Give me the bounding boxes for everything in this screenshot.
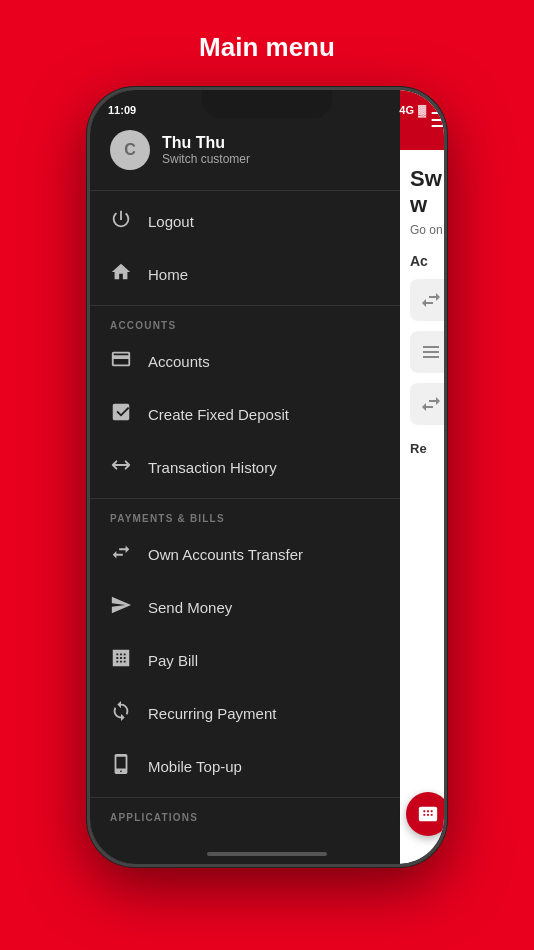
phone-frame: 11:09 4G ▓ C Thu Thu Switch customer bbox=[87, 87, 447, 867]
right-panel-icons bbox=[410, 279, 444, 425]
own-transfer-label: Own Accounts Transfer bbox=[148, 546, 303, 563]
section-label-applications: APPLICATIONS bbox=[90, 802, 400, 827]
mobile-topup-label: Mobile Top-up bbox=[148, 758, 242, 775]
switch-customer-label[interactable]: Switch customer bbox=[162, 152, 250, 166]
phone-screen: C Thu Thu Switch customer Logout bbox=[90, 90, 444, 864]
menu-item-send-money[interactable]: Send Money bbox=[90, 581, 400, 634]
send-money-label: Send Money bbox=[148, 599, 232, 616]
signal-icon: 4G bbox=[399, 104, 414, 116]
divider-payments bbox=[90, 498, 400, 499]
right-panel-sub: Go on bbox=[410, 223, 444, 237]
menu-item-fixed-deposit[interactable]: Create Fixed Deposit bbox=[90, 388, 400, 441]
divider-top bbox=[90, 190, 400, 191]
menu-item-pay-bill[interactable]: Pay Bill bbox=[90, 634, 400, 687]
menu-item-recurring[interactable]: Recurring Payment bbox=[90, 687, 400, 740]
status-indicators: 4G ▓ bbox=[399, 104, 426, 116]
home-icon bbox=[110, 261, 132, 288]
right-panel-content: Sww Go on Ac Re bbox=[400, 150, 444, 472]
transaction-icon bbox=[110, 454, 132, 481]
status-bar: 11:09 4G ▓ bbox=[90, 90, 444, 122]
mobile-icon bbox=[110, 753, 132, 780]
power-icon bbox=[110, 208, 132, 235]
own-transfer-icon bbox=[110, 541, 132, 568]
menu-item-home[interactable]: Home bbox=[90, 248, 400, 301]
battery-icon: ▓ bbox=[418, 104, 426, 116]
section-label-payments: PAYMENTS & BILLS bbox=[90, 503, 400, 528]
right-icon-3 bbox=[410, 383, 444, 425]
fab-button[interactable] bbox=[406, 792, 444, 836]
menu-item-own-transfer[interactable]: Own Accounts Transfer bbox=[90, 528, 400, 581]
menu-item-transaction-history[interactable]: Transaction History bbox=[90, 441, 400, 494]
menu-item-logout[interactable]: Logout bbox=[90, 195, 400, 248]
phone-wrapper: 11:09 4G ▓ C Thu Thu Switch customer bbox=[87, 87, 447, 867]
accounts-label: Accounts bbox=[148, 353, 210, 370]
divider-accounts bbox=[90, 305, 400, 306]
right-icon-2 bbox=[410, 331, 444, 373]
right-panel-accounts: Ac bbox=[410, 253, 444, 269]
right-panel-text: Sww bbox=[410, 166, 444, 219]
user-name: Thu Thu bbox=[162, 134, 250, 152]
avatar: C bbox=[110, 130, 150, 170]
fixed-deposit-icon bbox=[110, 401, 132, 428]
menu-item-mobile-topup[interactable]: Mobile Top-up bbox=[90, 740, 400, 793]
right-panel-re: Re bbox=[410, 441, 444, 456]
right-icon-1 bbox=[410, 279, 444, 321]
section-label-accounts: ACCOUNTS bbox=[90, 310, 400, 335]
user-info: Thu Thu Switch customer bbox=[162, 134, 250, 166]
user-section[interactable]: C Thu Thu Switch customer bbox=[90, 122, 400, 186]
page-header: Main menu bbox=[0, 0, 534, 87]
status-time: 11:09 bbox=[108, 104, 136, 116]
right-panel: ☰ Sww Go on Ac bbox=[400, 90, 444, 864]
card-icon bbox=[110, 348, 132, 375]
menu-panel: C Thu Thu Switch customer Logout bbox=[90, 90, 400, 864]
bill-icon bbox=[110, 647, 132, 674]
fixed-deposit-label: Create Fixed Deposit bbox=[148, 406, 289, 423]
menu-item-accounts[interactable]: Accounts bbox=[90, 335, 400, 388]
divider-applications bbox=[90, 797, 400, 798]
send-money-icon bbox=[110, 594, 132, 621]
home-indicator bbox=[207, 852, 327, 856]
transaction-history-label: Transaction History bbox=[148, 459, 277, 476]
pay-bill-label: Pay Bill bbox=[148, 652, 198, 669]
recurring-label: Recurring Payment bbox=[148, 705, 276, 722]
home-label: Home bbox=[148, 266, 188, 283]
logout-label: Logout bbox=[148, 213, 194, 230]
recurring-icon bbox=[110, 700, 132, 727]
